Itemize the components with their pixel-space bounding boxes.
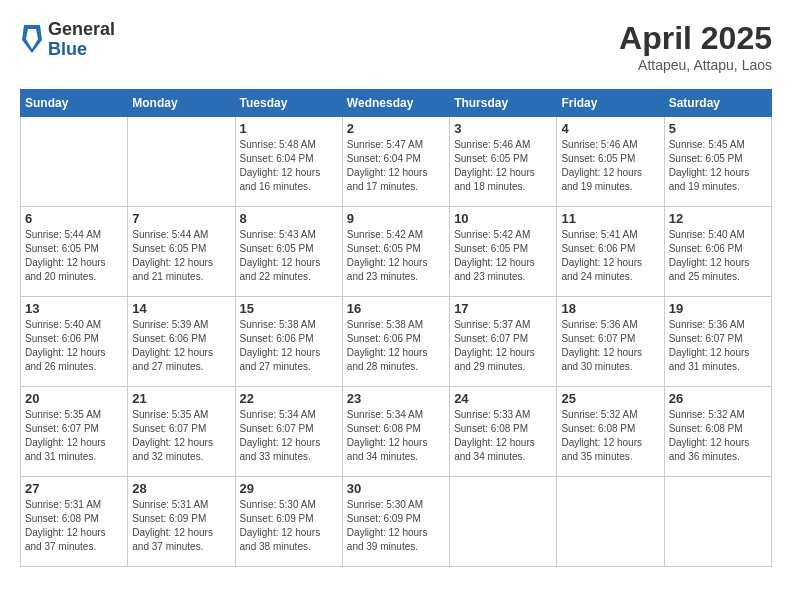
table-row: 4Sunrise: 5:46 AM Sunset: 6:05 PM Daylig… <box>557 117 664 207</box>
day-number: 4 <box>561 121 659 136</box>
table-row: 7Sunrise: 5:44 AM Sunset: 6:05 PM Daylig… <box>128 207 235 297</box>
calendar-week-row: 20Sunrise: 5:35 AM Sunset: 6:07 PM Dayli… <box>21 387 772 477</box>
day-info: Sunrise: 5:35 AM Sunset: 6:07 PM Dayligh… <box>132 408 230 464</box>
logo: General Blue <box>20 20 115 60</box>
day-info: Sunrise: 5:46 AM Sunset: 6:05 PM Dayligh… <box>561 138 659 194</box>
table-row: 19Sunrise: 5:36 AM Sunset: 6:07 PM Dayli… <box>664 297 771 387</box>
table-row <box>557 477 664 567</box>
day-number: 29 <box>240 481 338 496</box>
table-row: 9Sunrise: 5:42 AM Sunset: 6:05 PM Daylig… <box>342 207 449 297</box>
day-info: Sunrise: 5:36 AM Sunset: 6:07 PM Dayligh… <box>669 318 767 374</box>
calendar-table: Sunday Monday Tuesday Wednesday Thursday… <box>20 89 772 567</box>
day-number: 25 <box>561 391 659 406</box>
table-row: 28Sunrise: 5:31 AM Sunset: 6:09 PM Dayli… <box>128 477 235 567</box>
day-info: Sunrise: 5:40 AM Sunset: 6:06 PM Dayligh… <box>669 228 767 284</box>
table-row: 8Sunrise: 5:43 AM Sunset: 6:05 PM Daylig… <box>235 207 342 297</box>
day-number: 11 <box>561 211 659 226</box>
day-info: Sunrise: 5:30 AM Sunset: 6:09 PM Dayligh… <box>347 498 445 554</box>
table-row: 18Sunrise: 5:36 AM Sunset: 6:07 PM Dayli… <box>557 297 664 387</box>
table-row: 26Sunrise: 5:32 AM Sunset: 6:08 PM Dayli… <box>664 387 771 477</box>
day-number: 8 <box>240 211 338 226</box>
table-row <box>128 117 235 207</box>
table-row: 10Sunrise: 5:42 AM Sunset: 6:05 PM Dayli… <box>450 207 557 297</box>
day-info: Sunrise: 5:47 AM Sunset: 6:04 PM Dayligh… <box>347 138 445 194</box>
table-row <box>450 477 557 567</box>
day-info: Sunrise: 5:32 AM Sunset: 6:08 PM Dayligh… <box>561 408 659 464</box>
day-number: 19 <box>669 301 767 316</box>
day-number: 3 <box>454 121 552 136</box>
day-number: 18 <box>561 301 659 316</box>
day-info: Sunrise: 5:44 AM Sunset: 6:05 PM Dayligh… <box>25 228 123 284</box>
day-info: Sunrise: 5:32 AM Sunset: 6:08 PM Dayligh… <box>669 408 767 464</box>
logo-icon <box>22 25 42 55</box>
day-info: Sunrise: 5:40 AM Sunset: 6:06 PM Dayligh… <box>25 318 123 374</box>
header-friday: Friday <box>557 90 664 117</box>
table-row: 17Sunrise: 5:37 AM Sunset: 6:07 PM Dayli… <box>450 297 557 387</box>
day-info: Sunrise: 5:37 AM Sunset: 6:07 PM Dayligh… <box>454 318 552 374</box>
table-row: 6Sunrise: 5:44 AM Sunset: 6:05 PM Daylig… <box>21 207 128 297</box>
title-block: April 2025 Attapeu, Attapu, Laos <box>619 20 772 73</box>
table-row <box>21 117 128 207</box>
day-info: Sunrise: 5:34 AM Sunset: 6:07 PM Dayligh… <box>240 408 338 464</box>
location-subtitle: Attapeu, Attapu, Laos <box>619 57 772 73</box>
day-number: 14 <box>132 301 230 316</box>
day-number: 17 <box>454 301 552 316</box>
calendar-week-row: 1Sunrise: 5:48 AM Sunset: 6:04 PM Daylig… <box>21 117 772 207</box>
logo-general: General <box>48 20 115 40</box>
table-row: 5Sunrise: 5:45 AM Sunset: 6:05 PM Daylig… <box>664 117 771 207</box>
day-number: 21 <box>132 391 230 406</box>
day-number: 27 <box>25 481 123 496</box>
header-wednesday: Wednesday <box>342 90 449 117</box>
day-info: Sunrise: 5:31 AM Sunset: 6:08 PM Dayligh… <box>25 498 123 554</box>
table-row: 13Sunrise: 5:40 AM Sunset: 6:06 PM Dayli… <box>21 297 128 387</box>
day-number: 22 <box>240 391 338 406</box>
day-info: Sunrise: 5:39 AM Sunset: 6:06 PM Dayligh… <box>132 318 230 374</box>
calendar-week-row: 27Sunrise: 5:31 AM Sunset: 6:08 PM Dayli… <box>21 477 772 567</box>
table-row: 22Sunrise: 5:34 AM Sunset: 6:07 PM Dayli… <box>235 387 342 477</box>
month-title: April 2025 <box>619 20 772 57</box>
day-number: 16 <box>347 301 445 316</box>
day-number: 1 <box>240 121 338 136</box>
day-info: Sunrise: 5:38 AM Sunset: 6:06 PM Dayligh… <box>347 318 445 374</box>
table-row <box>664 477 771 567</box>
table-row: 24Sunrise: 5:33 AM Sunset: 6:08 PM Dayli… <box>450 387 557 477</box>
calendar-header-row: Sunday Monday Tuesday Wednesday Thursday… <box>21 90 772 117</box>
table-row: 29Sunrise: 5:30 AM Sunset: 6:09 PM Dayli… <box>235 477 342 567</box>
day-number: 10 <box>454 211 552 226</box>
day-info: Sunrise: 5:41 AM Sunset: 6:06 PM Dayligh… <box>561 228 659 284</box>
header-thursday: Thursday <box>450 90 557 117</box>
day-info: Sunrise: 5:36 AM Sunset: 6:07 PM Dayligh… <box>561 318 659 374</box>
table-row: 25Sunrise: 5:32 AM Sunset: 6:08 PM Dayli… <box>557 387 664 477</box>
table-row: 20Sunrise: 5:35 AM Sunset: 6:07 PM Dayli… <box>21 387 128 477</box>
day-number: 7 <box>132 211 230 226</box>
day-number: 5 <box>669 121 767 136</box>
day-info: Sunrise: 5:30 AM Sunset: 6:09 PM Dayligh… <box>240 498 338 554</box>
day-number: 26 <box>669 391 767 406</box>
table-row: 30Sunrise: 5:30 AM Sunset: 6:09 PM Dayli… <box>342 477 449 567</box>
day-number: 20 <box>25 391 123 406</box>
day-number: 15 <box>240 301 338 316</box>
day-info: Sunrise: 5:48 AM Sunset: 6:04 PM Dayligh… <box>240 138 338 194</box>
logo-blue: Blue <box>48 40 115 60</box>
day-number: 13 <box>25 301 123 316</box>
day-info: Sunrise: 5:34 AM Sunset: 6:08 PM Dayligh… <box>347 408 445 464</box>
day-info: Sunrise: 5:45 AM Sunset: 6:05 PM Dayligh… <box>669 138 767 194</box>
day-info: Sunrise: 5:38 AM Sunset: 6:06 PM Dayligh… <box>240 318 338 374</box>
day-info: Sunrise: 5:46 AM Sunset: 6:05 PM Dayligh… <box>454 138 552 194</box>
header-sunday: Sunday <box>21 90 128 117</box>
day-info: Sunrise: 5:44 AM Sunset: 6:05 PM Dayligh… <box>132 228 230 284</box>
day-info: Sunrise: 5:43 AM Sunset: 6:05 PM Dayligh… <box>240 228 338 284</box>
table-row: 11Sunrise: 5:41 AM Sunset: 6:06 PM Dayli… <box>557 207 664 297</box>
day-number: 30 <box>347 481 445 496</box>
header-monday: Monday <box>128 90 235 117</box>
day-info: Sunrise: 5:42 AM Sunset: 6:05 PM Dayligh… <box>454 228 552 284</box>
day-number: 2 <box>347 121 445 136</box>
day-number: 9 <box>347 211 445 226</box>
day-info: Sunrise: 5:42 AM Sunset: 6:05 PM Dayligh… <box>347 228 445 284</box>
table-row: 16Sunrise: 5:38 AM Sunset: 6:06 PM Dayli… <box>342 297 449 387</box>
day-number: 12 <box>669 211 767 226</box>
header-tuesday: Tuesday <box>235 90 342 117</box>
table-row: 12Sunrise: 5:40 AM Sunset: 6:06 PM Dayli… <box>664 207 771 297</box>
table-row: 21Sunrise: 5:35 AM Sunset: 6:07 PM Dayli… <box>128 387 235 477</box>
table-row: 3Sunrise: 5:46 AM Sunset: 6:05 PM Daylig… <box>450 117 557 207</box>
